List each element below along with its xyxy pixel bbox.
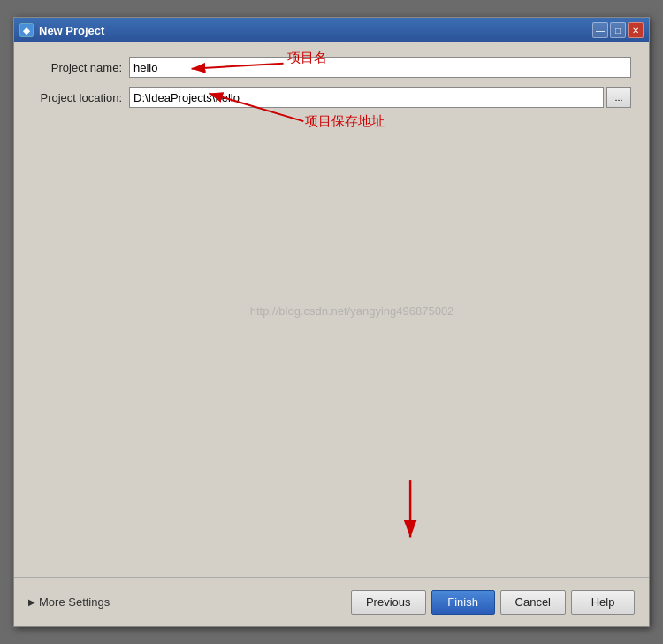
cancel-button[interactable]: Cancel [500,590,566,615]
close-button[interactable]: ✕ [628,22,644,38]
title-bar: ◆ New Project — □ ✕ [14,18,649,42]
footer-buttons: Previous Finish Cancel Help [351,590,635,615]
help-button[interactable]: Help [571,590,635,615]
svg-text:项目保存地址: 项目保存地址 [305,114,385,128]
browse-button[interactable]: ... [606,87,631,108]
project-location-row: Project location: ... [32,87,631,108]
project-name-row: Project name: [32,57,631,78]
project-name-input[interactable] [129,57,631,78]
more-settings-label: More Settings [39,595,110,609]
more-settings-toggle[interactable]: ▶ More Settings [28,595,110,609]
project-location-label: Project location: [32,91,129,104]
project-name-label: Project name: [32,61,129,74]
project-location-input[interactable] [129,87,604,108]
watermark-text: http://blog.csdn.net/yangying496875002 [250,304,454,318]
window-icon: ◆ [19,23,34,37]
chevron-right-icon: ▶ [28,597,35,607]
content-area: Project name: Project location: ... http… [14,42,649,577]
maximize-button[interactable]: □ [610,22,626,38]
annotation-layer: 项目名 项目保存地址 [14,42,649,577]
footer: ▶ More Settings Previous Finish Cancel H… [14,577,649,626]
new-project-window: ◆ New Project — □ ✕ Project name: Projec… [13,17,650,627]
title-controls: — □ ✕ [592,22,644,38]
window-title: New Project [39,24,104,37]
previous-button[interactable]: Previous [351,590,426,615]
finish-button[interactable]: Finish [431,590,495,615]
title-bar-left: ◆ New Project [19,23,104,37]
minimize-button[interactable]: — [592,22,608,38]
